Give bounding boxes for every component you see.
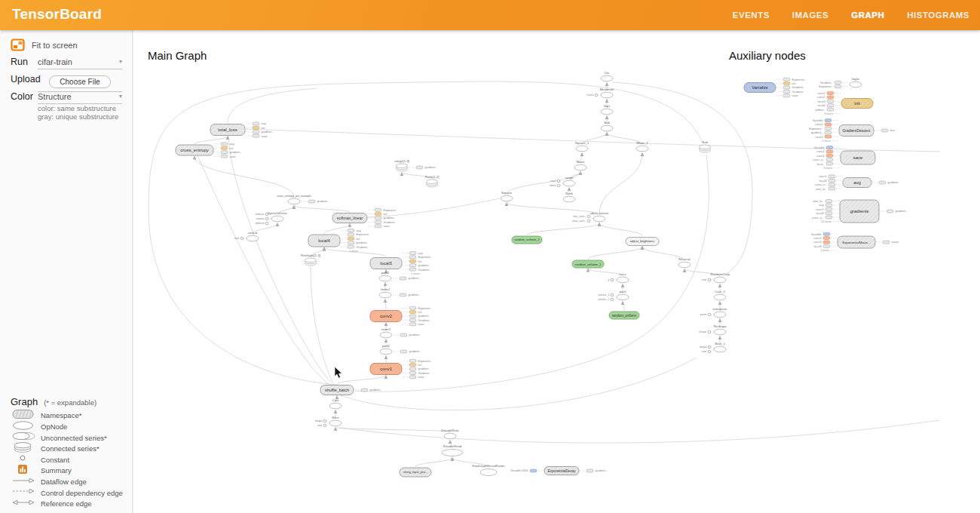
- graph-edge: [337, 376, 386, 385]
- graph-node-transpose[interactable]: transposeperm: [700, 307, 727, 318]
- graph-canvas[interactable]: total_lossavginitgradient..savecross_ent…: [132, 30, 980, 513]
- graph-edge: [415, 458, 452, 468]
- graph-node-shuffle_batch[interactable]: shuffle_batchgradient..: [320, 386, 381, 395]
- graph-node-adjust_brightness[interactable]: adjust_brightness: [626, 238, 659, 246]
- svg-text:conv1: conv1: [380, 367, 393, 371]
- graph-node-Cast_1[interactable]: Cast_1: [714, 290, 726, 300]
- svg-text:save: save: [230, 155, 236, 158]
- graph-node-ExponentialMovin[interactable]: ExponentialMovin...meanVariableconv1conv…: [811, 232, 899, 252]
- graph-node-pool1[interactable]: pool1gradient..: [380, 344, 421, 355]
- graph-node-Div[interactable]: Div: [601, 71, 613, 81]
- svg-text:Sqrt: Sqrt: [604, 104, 611, 108]
- graph-node-Sqrt[interactable]: Sqrt: [601, 104, 613, 115]
- graph-node-cross_entropy[interactable]: cross_entropyavginitgradient..save: [176, 143, 241, 158]
- graph-node-random_uniform_1[interactable]: random_uniform_1: [572, 260, 604, 268]
- svg-text:cross_e..: cross_e..: [815, 183, 826, 186]
- graph-node-norm1[interactable]: norm1gradient..: [380, 327, 421, 338]
- unconnected-series-icon: [11, 431, 38, 441]
- main-graph-title: Main Graph: [148, 49, 207, 62]
- graph-node-norm2[interactable]: norm2gradient..: [379, 287, 420, 298]
- graph-node-Maximum[interactable]: MaximumConst: [586, 88, 614, 98]
- graph-node-RandomCrop[interactable]: RandomCropsize: [702, 272, 730, 283]
- graph-node-range[interactable]: rangestartdelta: [550, 176, 575, 187]
- graph-node-local4[interactable]: local4avgExponent..initgradient..Gradien…: [308, 229, 370, 253]
- graph-node-Rank[interactable]: Rank: [563, 192, 575, 202]
- svg-text:save: save: [792, 94, 798, 97]
- graph-node-random_uniform[interactable]: random_uniform: [609, 312, 639, 319]
- graph-node-Rank12[interactable]: Rank[1-2]: [425, 175, 439, 188]
- svg-text:ReaderRead: ReaderRead: [443, 444, 462, 448]
- graph-node-conv2[interactable]: conv2Exponent..initgradient..Gradient..s…: [370, 306, 432, 326]
- graph-node-range13[interactable]: range[1-3]gradient..: [394, 159, 436, 172]
- upload-field: Choose File: [38, 74, 122, 92]
- svg-text:values_1: values_1: [598, 293, 609, 296]
- graph-node-Cast[interactable]: Cast: [329, 398, 341, 409]
- svg-text:init: init: [230, 147, 234, 150]
- fit-to-screen-button[interactable]: Fit to screen: [11, 38, 78, 51]
- graph-node-Square_1[interactable]: Square_1: [575, 141, 590, 152]
- graph-node-init[interactable]: initconv1conv2local3local4softma..3 more: [815, 92, 873, 115]
- graph-node-ReaderRead[interactable]: ReaderRead: [442, 444, 463, 456]
- svg-text:norm1: norm1: [381, 327, 391, 331]
- chevron-down-icon: ▾: [119, 58, 122, 65]
- nav-item-graph[interactable]: GRAPH: [851, 11, 884, 20]
- svg-text:3 more: 3 more: [823, 167, 832, 170]
- svg-text:gradient..: gradient..: [409, 277, 421, 280]
- graph-node-conv1[interactable]: conv1Exponent..initgradient..Gradient..s…: [370, 359, 432, 379]
- legend-item-label: Namespace*: [41, 411, 81, 419]
- color-select[interactable]: Structure ▾: [38, 92, 122, 104]
- graph-edge: [588, 247, 642, 260]
- graph-node-DecodeRaw[interactable]: DecodeRaw: [441, 429, 459, 439]
- svg-text:conv1: conv1: [819, 175, 826, 178]
- svg-text:Exponent..: Exponent..: [809, 127, 822, 131]
- graph-node-Reshape13[interactable]: Reshape[1-3]: [301, 253, 320, 266]
- graph-node-total_loss[interactable]: total_lossavginitgradient..save: [210, 122, 273, 138]
- graph-node-Sub_s[interactable]: Sub: [700, 140, 711, 153]
- run-select[interactable]: cifar-train ▾: [38, 57, 122, 69]
- graph-node-Mean_1[interactable]: Mean_1: [636, 141, 648, 152]
- graph-node-concat[interactable]: concataxis: [234, 231, 259, 241]
- graph-node-Square[interactable]: Square: [501, 191, 513, 201]
- svg-text:ExponentialMovin...: ExponentialMovin...: [842, 241, 870, 244]
- graph-node-logits[interactable]: logitsGradient..Exponent..: [819, 77, 862, 88]
- graph-node-SparseToDense[interactable]: SparseToDenseindicesvaluesdefault: [256, 212, 287, 225]
- svg-text:size: size: [702, 278, 707, 281]
- nav-item-images[interactable]: IMAGES: [792, 11, 828, 20]
- control-dep-edge-icon: [11, 486, 38, 496]
- svg-text:Gradient..: Gradient..: [820, 81, 833, 84]
- graph-node-FixedLengthRecordReader[interactable]: FixedLengthRecordReader: [472, 465, 505, 475]
- graph-node-ExponentialDecay[interactable]: ExponentialDecaygradient..Variable 0000: [510, 467, 607, 475]
- graph-node-pack[interactable]: packvalues_1values_2: [598, 290, 629, 301]
- graph-node-random_uniform_2[interactable]: random_uniform_2: [512, 236, 542, 244]
- svg-text:gradient..: gradient..: [370, 389, 382, 392]
- graph-node-adjust_contrast[interactable]: adjust_contrastmin_valu..max_valu..: [572, 212, 608, 223]
- svg-text:gradient..: gradient..: [811, 131, 823, 134]
- graph-node-gradients[interactable]: gradientsgradient..total_lo..avgconv1loc…: [812, 200, 907, 223]
- graph-node-softmax_linear[interactable]: softmax_linearExponent..initgradient..Gr…: [332, 208, 397, 228]
- graph-node-Mean[interactable]: Mean: [574, 160, 586, 170]
- svg-text:adjust_brightness: adjust_brightness: [630, 239, 654, 243]
- graph-node-avg[interactable]: avggradient..conv1local4cross_e..total_l…: [815, 175, 899, 191]
- nav-item-histograms[interactable]: HISTOGRAMS: [907, 11, 969, 20]
- svg-text:y: y: [608, 278, 610, 281]
- graph-node-string_input[interactable]: string_input_pro...: [400, 468, 431, 477]
- graph-node-Variable[interactable]: VariableExponent..initGradient..Gradient…: [744, 78, 806, 97]
- graph-node-GradientDescent[interactable]: GradientDescentlear..Variableconv1Expone…: [809, 119, 896, 143]
- graph-node-Reverse[interactable]: Reverse: [678, 257, 691, 268]
- svg-text:Slice: Slice: [332, 416, 339, 419]
- graph-node-Slice[interactable]: Slicebeginsize: [315, 416, 341, 427]
- graph-node-Sub_a[interactable]: Sub: [601, 121, 613, 131]
- nav-item-events[interactable]: EVENTS: [733, 11, 770, 20]
- legend-note: (* = expandable): [44, 398, 96, 407]
- svg-text:pool2: pool2: [381, 271, 390, 275]
- graph-node-cepe[interactable]: cross_entropy_per_examplegradient..: [277, 195, 329, 204]
- graph-node-local3[interactable]: local3avgExponent..initgradient..Gradien…: [370, 252, 432, 275]
- graph-node-Reshape[interactable]: Reshapeshape: [699, 324, 727, 335]
- svg-text:DecodeRaw: DecodeRaw: [441, 429, 459, 432]
- svg-text:2 more: 2 more: [822, 140, 831, 143]
- svg-text:init: init: [792, 82, 797, 85]
- svg-text:FixedLengthRecordReader: FixedLengthRecordReader: [472, 465, 505, 468]
- svg-text:avg: avg: [853, 180, 861, 185]
- graph-node-Slice_1[interactable]: Slice_1beginsize: [700, 342, 726, 353]
- choose-file-button[interactable]: Choose File: [49, 75, 110, 88]
